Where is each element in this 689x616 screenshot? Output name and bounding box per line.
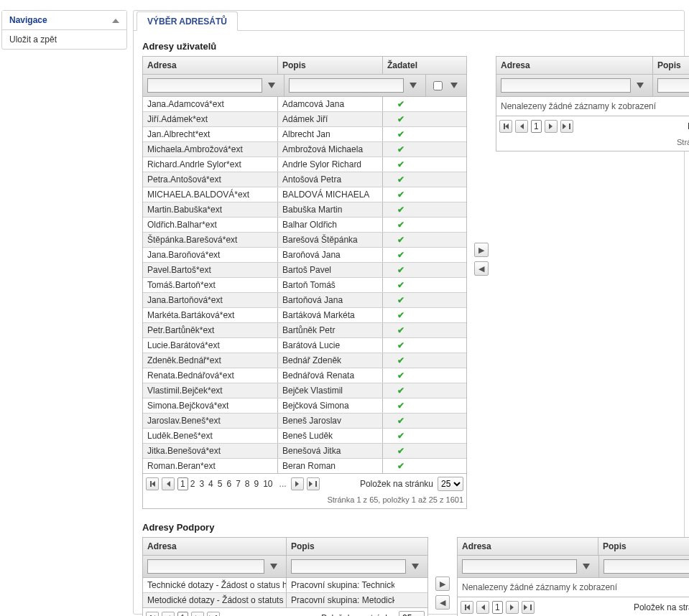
pager-page-4[interactable]: 4 [206,478,216,490]
move-left-button[interactable]: ◀ [474,261,489,276]
move-right-button[interactable]: ▶ [435,577,450,591]
table-row[interactable]: Tomáš.Bartoň*extBartoň Tomáš✔ [143,278,466,293]
nav-item-save-back[interactable]: Uložit a zpět [2,30,126,49]
table-row[interactable]: Metodické dotazy - Žádost o statuts ho…P… [143,593,427,607]
check-icon: ✔ [397,235,404,245]
cell-zadatel: ✔ [383,459,419,473]
tab-recipient-selection[interactable]: VÝBĚR ADRESÁTŮ [137,11,238,31]
pager-page-10[interactable]: 10 [261,478,274,490]
pager-page-current[interactable]: 1 [531,120,542,133]
move-right-button[interactable]: ▶ [474,243,489,257]
table-row[interactable]: Richard.Andrle Sylor*extAndrle Sylor Ric… [143,157,466,172]
table-row[interactable]: Simona.Bejčková*extBejčková Simona✔ [143,398,466,414]
pager-last-button[interactable] [560,120,573,133]
filter-input-popis[interactable] [604,559,689,574]
filter-input-popis[interactable] [657,78,689,93]
pager-page-current[interactable]: 1 [177,612,188,616]
filter-input-popis[interactable] [291,559,406,574]
table-row[interactable]: Roman.Beran*extBeran Roman✔ [143,459,466,473]
table-row[interactable]: Jaroslav.Beneš*extBeneš Jaroslav✔ [143,414,466,429]
col-header-adresa[interactable]: Adresa [458,538,598,555]
pager-last-button[interactable] [207,612,220,616]
pager-last-button[interactable] [307,477,320,490]
table-row[interactable]: Markéta.Bartáková*extBartáková Markéta✔ [143,308,466,323]
pager-page-2[interactable]: 2 [188,478,198,490]
filter-icon[interactable] [632,78,648,93]
table-row[interactable]: Zdeněk.Bednář*extBednář Zdeněk✔ [143,353,466,368]
pager-page-3[interactable]: 3 [197,478,206,490]
pager-next-button[interactable] [506,601,519,614]
table-row[interactable]: Jiří.Adámek*extAdámek Jiří✔ [143,112,466,127]
pager-page-7[interactable]: 7 [233,478,243,490]
filter-icon[interactable] [407,559,423,574]
col-header-adresa[interactable]: Adresa [143,538,287,555]
col-header-adresa[interactable]: Adresa [496,57,653,74]
filter-checkbox-zadatel[interactable] [433,81,443,90]
filter-input-adresa[interactable] [462,559,577,574]
col-header-zadatel[interactable]: Žadatel [383,57,422,74]
table-row[interactable]: Oldřich.Balhar*extBalhar Oldřich✔ [143,218,466,233]
table-row[interactable]: Martin.Babuška*extBabuška Martin✔ [143,202,466,218]
filter-icon[interactable] [264,78,279,93]
col-header-popis[interactable]: Popis [653,57,689,74]
filter-input-adresa[interactable] [147,78,262,93]
col-header-popis[interactable]: Popis [287,538,394,555]
pager-page-6[interactable]: 6 [224,478,233,490]
cell-adresa: Jitka.Benešová*ext [143,444,278,458]
filter-icon[interactable] [578,559,594,574]
pager-next-button[interactable] [191,612,204,616]
table-row[interactable]: Štěpánka.Barešová*extBarešová Štěpánka✔ [143,233,466,248]
page-size-select[interactable]: 25 [399,611,425,616]
filter-icon[interactable] [266,559,282,574]
filter-input-adresa[interactable] [147,559,264,574]
table-row[interactable]: Renata.Bednářová*extBednářová Renata✔ [143,368,466,383]
pager-next-button[interactable] [291,477,304,490]
filter-icon[interactable] [446,78,462,93]
check-icon: ✔ [397,250,404,260]
col-header-popis[interactable]: Popis [598,538,683,555]
table-row[interactable]: Pavel.Bartoš*extBartoš Pavel✔ [143,263,466,278]
pager-page-1[interactable]: 1 [177,477,188,490]
cell-zadatel: ✔ [383,172,419,187]
table-row[interactable]: Technické dotazy - Žádost o status hod…P… [143,578,427,593]
cell-adresa: Michaela.Ambrožová*ext [143,142,278,157]
pager-page-8[interactable]: 8 [243,478,252,490]
pager-page-9[interactable]: 9 [252,478,262,490]
page-size-select[interactable]: 25 [438,477,463,491]
filter-input-popis[interactable] [289,78,404,93]
pager-prev-button[interactable] [162,477,175,490]
pager-prev-button[interactable] [162,612,175,616]
table-row[interactable]: Vlastimil.Bejček*extBejček Vlastimil✔ [143,383,466,398]
table-row[interactable]: Jan.Albrecht*extAlbrecht Jan✔ [143,127,466,142]
pager-first-button[interactable] [461,601,473,614]
pager-first-button[interactable] [146,477,159,490]
pager-next-button[interactable] [545,120,558,133]
pager-prev-button[interactable] [476,601,489,614]
table-row[interactable]: MICHAELA.BALDOVÁ*extBALDOVÁ MICHAELA✔ [143,187,466,202]
filter-icon[interactable] [405,78,421,93]
filter-input-adresa[interactable] [501,78,631,93]
pager-page-current[interactable]: 1 [492,601,503,614]
col-header-adresa[interactable]: Adresa [143,57,278,74]
pager-prev-button[interactable] [515,120,528,133]
table-row[interactable]: Luděk.Beneš*extBeneš Luděk✔ [143,429,466,444]
table-row[interactable]: Petr.Bartůněk*extBartůněk Petr✔ [143,323,466,338]
pager-page-5[interactable]: 5 [216,478,225,490]
pager-first-button[interactable] [499,120,512,133]
check-icon: ✔ [397,431,404,441]
table-row[interactable]: Jana.Baroňová*extBaroňová Jana✔ [143,248,466,263]
table-row[interactable]: Jitka.Benešová*extBenešová Jitka✔ [143,444,466,459]
cell-adresa: Pavel.Bartoš*ext [143,263,278,277]
pager-last-button[interactable] [522,601,535,614]
table-row[interactable]: Lucie.Barátová*extBarátová Lucie✔ [143,338,466,353]
table-row[interactable]: Petra.Antošová*extAntošová Petra✔ [143,172,466,187]
pager-first-button[interactable] [146,612,159,616]
cell-adresa: Jan.Albrecht*ext [143,127,278,141]
table-row[interactable]: Jana.Bartoňová*extBartoňová Jana✔ [143,293,466,308]
move-left-button[interactable]: ◀ [435,595,450,610]
col-header-popis[interactable]: Popis [278,57,383,74]
table-row[interactable]: Jana.Adamcová*extAdamcová Jana✔ [143,97,466,112]
nav-header[interactable]: Navigace [2,11,126,30]
table-row[interactable]: Michaela.Ambrožová*extAmbrožová Michaela… [143,142,466,157]
nav-panel: Navigace Uložit a zpět [1,10,127,50]
